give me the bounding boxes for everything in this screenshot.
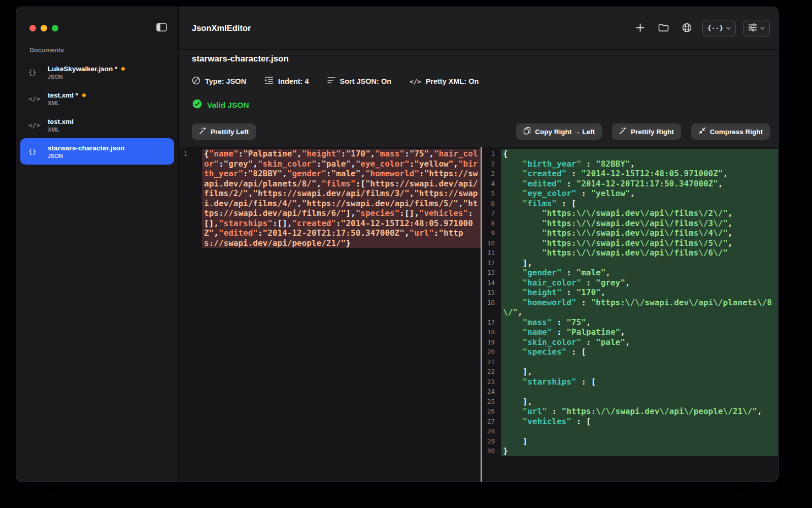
setting-indent[interactable]: Indent: 4 [264, 76, 309, 86]
doc-title: test.xml * [48, 91, 78, 99]
xml-file-icon: </> [28, 121, 43, 129]
setting-label: Type: JSON [205, 77, 246, 85]
line-number: 12 [482, 258, 501, 268]
folder-icon [658, 23, 669, 34]
code-line[interactable]: "species" : [ [501, 347, 778, 357]
page-title: starwars-character.json [192, 54, 770, 65]
editor-line: 15 "height" : "170", [482, 288, 778, 298]
line-number: 1 [179, 149, 202, 248]
line-number: 29 [482, 436, 501, 447]
setting-label: Indent: 4 [278, 77, 309, 85]
button-label: Prettify Left [211, 128, 249, 136]
code-line[interactable]: "films" : [ [501, 199, 778, 209]
code-line[interactable]: "skin_color" : "pale", [501, 337, 778, 347]
code-line[interactable]: "https:\/\/swapi.dev\/api\/films\/4\/", [501, 228, 778, 238]
sidebar: Documents {} LukeSkywalker.json * JSON <… [16, 7, 179, 482]
code-line[interactable]: {"name":"Palpatine","height":"170","mass… [202, 149, 481, 248]
checkmark-seal-icon [192, 99, 202, 111]
prettify-left-button[interactable]: Prettify Left [192, 123, 256, 140]
toolbar-actions: {··} [632, 20, 770, 37]
line-number: 14 [482, 278, 501, 288]
line-number: 2 [482, 159, 501, 169]
sliders-icon [748, 23, 757, 33]
document-header: starwars-character.json Type: JSON [179, 50, 778, 147]
sidebar-item-test-xml[interactable]: </> test.xml XML [20, 112, 174, 138]
app-title: JsonXmlEditor [192, 23, 251, 33]
setting-label: Sort JSON: On [340, 77, 392, 85]
line-number: 26 [482, 406, 501, 417]
code-line[interactable]: "height" : "170", [501, 288, 778, 298]
settings-menu-button[interactable] [743, 20, 770, 37]
doc-subtitle: XML [48, 100, 86, 106]
editor-line: 24 [482, 387, 778, 397]
code-line[interactable]: "eye_color" : "yellow", [501, 188, 778, 199]
code-line[interactable]: "homeworld" : "https:\/\/swapi.dev\/api\… [501, 298, 778, 318]
open-file-button[interactable] [656, 20, 672, 37]
code-line[interactable]: ], [501, 258, 778, 268]
code-line[interactable] [501, 387, 778, 397]
json-file-icon: {} [28, 148, 43, 155]
button-label: Prettify Right [631, 128, 674, 136]
doc-subtitle: XML [48, 126, 74, 133]
code-line[interactable]: } [501, 446, 778, 456]
line-number: 10 [482, 238, 501, 248]
code-line[interactable]: "created" : "2014-12-15T12:48:05.971000Z… [501, 169, 778, 179]
code-line[interactable] [501, 357, 778, 367]
setting-type[interactable]: Type: JSON [192, 76, 246, 87]
sidebar-toggle-button[interactable] [156, 23, 167, 33]
code-line[interactable]: ] [501, 436, 778, 447]
sidebar-item-lukeskywalker-json[interactable]: {} LukeSkywalker.json * JSON [20, 59, 174, 85]
code-line[interactable]: "gender" : "male", [501, 268, 778, 278]
code-line[interactable] [501, 426, 778, 436]
code-line[interactable]: "mass" : "75", [501, 318, 778, 328]
doc-meta: test.xml * XML [48, 91, 86, 106]
editor-line: 22 ], [482, 367, 778, 377]
code-line[interactable]: "https:\/\/swapi.dev\/api\/films\/2\/", [501, 208, 778, 218]
doc-title: LukeSkywalker.json * [48, 65, 117, 73]
right-editor-pane[interactable]: 1{2 "birth_year" : "82BBY",3 "created" :… [482, 147, 778, 482]
editor-line: 20 "species" : [ [482, 347, 778, 357]
editor-line: 14 "hair_color" : "grey", [482, 278, 778, 288]
editor-line: 1{ [482, 149, 778, 159]
code-line[interactable]: "starships" : [ [501, 377, 778, 387]
minimize-button[interactable] [41, 25, 47, 31]
editor-line: 10 "https:\/\/swapi.dev\/api\/films\/5\/… [482, 238, 778, 248]
compress-right-button[interactable]: Compress Right [691, 123, 770, 140]
json-file-icon: {} [28, 69, 43, 76]
code-line[interactable]: { [501, 149, 778, 159]
code-line[interactable]: ], [501, 397, 778, 407]
prettify-right-button[interactable]: Prettify Right [612, 123, 681, 140]
line-number: 22 [482, 367, 501, 377]
modified-dot [82, 93, 86, 97]
code-line[interactable]: ], [501, 367, 778, 377]
code-line[interactable]: "edited" : "2014-12-20T21:17:50.347000Z"… [501, 179, 778, 189]
zoom-button[interactable] [52, 25, 58, 31]
traffic-lights [29, 25, 58, 31]
editor-line: 18 "name" : "Palpatine", [482, 327, 778, 337]
copy-right-to-left-button[interactable]: Copy Right → Left [516, 123, 602, 140]
editor-line: 4 "edited" : "2014-12-20T21:17:50.347000… [482, 179, 778, 189]
code-line[interactable]: "https:\/\/swapi.dev\/api\/films\/3\/", [501, 218, 778, 229]
code-line[interactable]: "hair_color" : "grey", [501, 278, 778, 288]
left-editor-pane[interactable]: 1{"name":"Palpatine","height":"170","mas… [179, 147, 481, 482]
line-number: 3 [482, 169, 501, 179]
code-line[interactable]: "vehicles" : [ [501, 417, 778, 427]
main-area: JsonXmlEditor [179, 7, 778, 482]
setting-pretty-xml[interactable]: </> Pretty XML: On [410, 77, 479, 85]
close-button[interactable] [29, 25, 36, 31]
sidebar-item-test-xml-modified[interactable]: </> test.xml * XML [20, 85, 174, 112]
code-line[interactable]: "https:\/\/swapi.dev\/api\/films\/5\/", [501, 238, 778, 248]
code-line[interactable]: "name" : "Palpatine", [501, 327, 778, 337]
line-number: 25 [482, 397, 501, 407]
sidebar-item-starwars-character-json[interactable]: {} starwars-character.json JSON [20, 138, 174, 165]
code-line[interactable]: "birth_year" : "82BBY", [501, 159, 778, 169]
new-document-button[interactable] [632, 20, 649, 37]
code-line[interactable]: "url" : "https:\/\/swapi.dev\/api\/peopl… [501, 406, 778, 417]
setting-sort-json[interactable]: Sort JSON: On [327, 77, 392, 86]
line-number: 19 [482, 337, 501, 347]
code-line[interactable]: "https:\/\/swapi.dev\/api\/films\/6\/" [501, 248, 778, 258]
load-from-url-button[interactable] [679, 20, 695, 37]
json-options-menu-button[interactable]: {··} [702, 20, 736, 37]
line-number: 24 [482, 387, 501, 397]
line-number: 4 [482, 179, 501, 189]
